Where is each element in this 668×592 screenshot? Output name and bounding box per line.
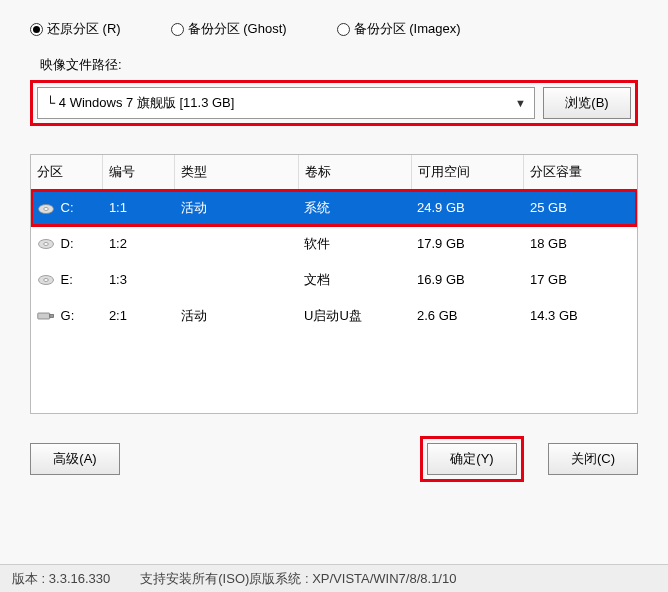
ok-button[interactable]: 确定(Y) [427,443,517,475]
radio-imagex-label: 备份分区 (Imagex) [354,20,461,38]
radio-restore-label: 还原分区 (R) [47,20,121,38]
cell-free: 2.6 GB [411,298,524,334]
status-bar: 版本 : 3.3.16.330 支持安装所有(ISO)原版系统 : XP/VIS… [0,564,668,592]
cell-capacity: 17 GB [524,262,637,298]
radio-icon [337,23,350,36]
header-number[interactable]: 编号 [103,155,175,190]
cell-label: 系统 [298,190,411,226]
cell-type [175,226,298,262]
image-path-value: └ 4 Windows 7 旗舰版 [11.3 GB] [46,94,234,112]
cell-number: 1:2 [103,226,175,262]
svg-rect-6 [38,313,50,319]
radio-icon [171,23,184,36]
cell-free: 24.9 GB [411,190,524,226]
cell-type [175,262,298,298]
cell-capacity: 18 GB [524,226,637,262]
cell-label: 文档 [298,262,411,298]
browse-button[interactable]: 浏览(B) [543,87,631,119]
advanced-button[interactable]: 高级(A) [30,443,120,475]
cell-number: 2:1 [103,298,175,334]
header-type[interactable]: 类型 [175,155,298,190]
cell-number: 1:1 [103,190,175,226]
radio-restore[interactable]: 还原分区 (R) [30,20,121,38]
svg-point-3 [44,243,49,246]
mode-radio-group: 还原分区 (R) 备份分区 (Ghost) 备份分区 (Imagex) [30,20,638,38]
support-text: 支持安装所有(ISO)原版系统 : XP/VISTA/WIN7/8/8.1/10 [140,570,456,588]
cell-number: 1:3 [103,262,175,298]
table-header-row: 分区 编号 类型 卷标 可用空间 分区容量 [31,155,637,190]
cell-partition: D: [31,226,103,262]
cell-partition: E: [31,262,103,298]
chevron-down-icon: ▼ [515,97,526,109]
right-button-group: 确定(Y) 关闭(C) [420,436,638,482]
partition-table: 分区 编号 类型 卷标 可用空间 分区容量 C:1:1活动系统24.9 GB25… [31,155,637,334]
header-free[interactable]: 可用空间 [411,155,524,190]
content-area: 还原分区 (R) 备份分区 (Ghost) 备份分区 (Imagex) 映像文件… [0,0,668,482]
cell-type: 活动 [175,298,298,334]
svg-rect-7 [50,315,54,318]
ok-highlight: 确定(Y) [420,436,524,482]
table-row[interactable]: D:1:2软件17.9 GB18 GB [31,226,637,262]
svg-point-5 [44,279,49,282]
image-path-select[interactable]: └ 4 Windows 7 旗舰版 [11.3 GB] ▼ [37,87,535,119]
svg-point-1 [44,207,49,210]
table-row[interactable]: E:1:3文档16.9 GB17 GB [31,262,637,298]
radio-icon [30,23,43,36]
radio-ghost-label: 备份分区 (Ghost) [188,20,287,38]
image-path-label: 映像文件路径: [40,56,638,74]
table-row[interactable]: G:2:1活动U启动U盘2.6 GB14.3 GB [31,298,637,334]
cell-free: 16.9 GB [411,262,524,298]
cell-partition: G: [31,298,103,334]
version-text: 版本 : 3.3.16.330 [12,570,110,588]
partition-table-wrap: 分区 编号 类型 卷标 可用空间 分区容量 C:1:1活动系统24.9 GB25… [30,154,638,414]
header-capacity[interactable]: 分区容量 [524,155,637,190]
image-path-row: └ 4 Windows 7 旗舰版 [11.3 GB] ▼ 浏览(B) [30,80,638,126]
close-button[interactable]: 关闭(C) [548,443,638,475]
button-row: 高级(A) 确定(Y) 关闭(C) [30,436,638,482]
cell-label: U启动U盘 [298,298,411,334]
radio-backup-imagex[interactable]: 备份分区 (Imagex) [337,20,461,38]
header-partition[interactable]: 分区 [31,155,103,190]
dialog-window: 还原分区 (R) 备份分区 (Ghost) 备份分区 (Imagex) 映像文件… [0,0,668,592]
cell-capacity: 25 GB [524,190,637,226]
cell-label: 软件 [298,226,411,262]
header-label[interactable]: 卷标 [298,155,411,190]
cell-free: 17.9 GB [411,226,524,262]
cell-partition: C: [31,190,103,226]
cell-capacity: 14.3 GB [524,298,637,334]
table-row[interactable]: C:1:1活动系统24.9 GB25 GB [31,190,637,226]
cell-type: 活动 [175,190,298,226]
radio-backup-ghost[interactable]: 备份分区 (Ghost) [171,20,287,38]
